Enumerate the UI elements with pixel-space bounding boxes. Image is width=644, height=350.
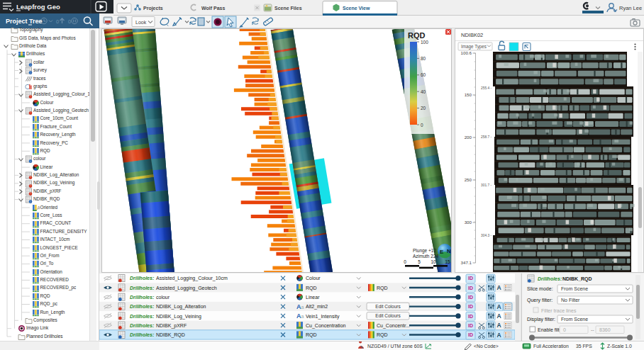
svg-text:200: 200 bbox=[465, 135, 472, 140]
svg-text:No Filter: No Filter bbox=[561, 298, 580, 303]
svg-text:Query filter:: Query filter: bbox=[527, 298, 553, 303]
svg-text:Full Acceleration: Full Acceleration bbox=[533, 344, 569, 349]
svg-text:Drillholes:: Drillholes: bbox=[130, 276, 154, 281]
svg-text:Vein1_Intensity: Vein1_Intensity bbox=[306, 314, 340, 320]
svg-text:Z-Scale 1.0: Z-Scale 1.0 bbox=[607, 344, 632, 349]
svg-text:A: A bbox=[496, 312, 501, 320]
svg-text:60: 60 bbox=[421, 72, 426, 77]
svg-text:258.7 -: 258.7 - bbox=[481, 135, 492, 139]
svg-text:100: 100 bbox=[421, 40, 428, 45]
svg-text:ID: ID bbox=[468, 286, 473, 290]
svg-text:!: ! bbox=[30, 185, 31, 188]
svg-text:Cu_Concentration: Cu_Concentration bbox=[306, 323, 346, 329]
svg-text:250: 250 bbox=[465, 177, 472, 182]
svg-text:0: 0 bbox=[421, 123, 423, 128]
svg-text:Assisted_Logging_Colour_10cm: Assisted_Logging_Colour_10cm bbox=[156, 276, 228, 281]
svg-text:NDIBK_Log_Alteration: NDIBK_Log_Alteration bbox=[156, 304, 206, 310]
svg-text:304.3 -: 304.3 - bbox=[481, 234, 492, 237]
svg-text:Ryan Lee: Ryan Lee bbox=[619, 5, 642, 11]
svg-text:ID: ID bbox=[468, 323, 473, 328]
svg-text:0: 0 bbox=[404, 259, 406, 264]
svg-text:0: 0 bbox=[68, 18, 71, 25]
svg-text:NZGD49 / UTM zone 60S: NZGD49 / UTM zone 60S bbox=[367, 344, 423, 349]
svg-text:ID: ID bbox=[468, 276, 473, 281]
svg-text:Leapfrog Geo: Leapfrog Geo bbox=[16, 3, 60, 11]
svg-text:35 FPS: 35 FPS bbox=[576, 344, 592, 349]
svg-text:colour: colour bbox=[156, 295, 170, 300]
svg-text:0: 0 bbox=[38, 18, 40, 25]
svg-text:RQD: RQD bbox=[377, 332, 388, 338]
svg-text:Drillholes:: Drillholes: bbox=[130, 304, 154, 309]
svg-text:Alt2_min2: Alt2_min2 bbox=[306, 304, 328, 310]
svg-text:NDIBK_Log_Veining: NDIBK_Log_Veining bbox=[156, 314, 201, 320]
svg-text:0: 0 bbox=[563, 327, 566, 332]
svg-text:255.4 -: 255.4 - bbox=[481, 86, 492, 90]
svg-text:N: N bbox=[447, 248, 451, 254]
svg-text:Scene Files: Scene Files bbox=[274, 6, 302, 11]
svg-text:Filter trace lines: Filter trace lines bbox=[541, 308, 577, 313]
svg-text:RQD: RQD bbox=[306, 332, 317, 338]
svg-text:Colour: Colour bbox=[306, 276, 321, 281]
svg-text:Slice mode:: Slice mode: bbox=[527, 286, 553, 291]
svg-text:100.6: 100.6 bbox=[461, 50, 472, 55]
svg-text:A: A bbox=[496, 284, 501, 291]
svg-text:8360: 8360 bbox=[599, 327, 611, 332]
svg-text:!: ! bbox=[30, 112, 31, 115]
svg-text:Drillholes:: Drillholes: bbox=[130, 286, 154, 290]
svg-text:Drillholes:: Drillholes: bbox=[538, 276, 562, 281]
svg-text:A: A bbox=[496, 332, 501, 339]
svg-text:347.1: 347.1 bbox=[461, 260, 472, 265]
svg-text:Edit Colours: Edit Colours bbox=[375, 304, 401, 309]
svg-text:301.7 -: 301.7 - bbox=[481, 184, 492, 187]
svg-text:Scene View: Scene View bbox=[343, 6, 370, 11]
svg-text:15: 15 bbox=[445, 259, 450, 264]
svg-text:Plunge +12: Plunge +12 bbox=[413, 248, 436, 254]
svg-text:Image Types: Image Types bbox=[461, 44, 487, 50]
svg-text:--: -- bbox=[591, 327, 594, 332]
svg-text:NDIBK_pXRF: NDIBK_pXRF bbox=[156, 323, 187, 329]
svg-text:ID: ID bbox=[468, 314, 473, 319]
svg-text:From Scene: From Scene bbox=[561, 286, 588, 291]
svg-text:<No Code>: <No Code> bbox=[474, 344, 499, 349]
svg-text:ID: ID bbox=[468, 304, 473, 309]
svg-text:0: 0 bbox=[56, 18, 59, 25]
svg-text:ID: ID bbox=[468, 332, 473, 337]
svg-text:E: E bbox=[440, 249, 444, 255]
svg-text:Drillholes:: Drillholes: bbox=[130, 314, 154, 319]
svg-text:Wolf Pass: Wolf Pass bbox=[201, 6, 225, 11]
svg-text:NDIBK_RQD: NDIBK_RQD bbox=[562, 276, 592, 282]
svg-text:40: 40 bbox=[421, 89, 426, 94]
svg-text:5: 5 bbox=[418, 259, 421, 264]
svg-text:NDIBK02: NDIBK02 bbox=[461, 32, 483, 38]
svg-text:RQD: RQD bbox=[377, 286, 388, 291]
svg-text:20: 20 bbox=[421, 106, 426, 111]
svg-text:A: A bbox=[496, 303, 501, 310]
svg-text:Projects: Projects bbox=[143, 6, 163, 11]
svg-text:Linear: Linear bbox=[306, 295, 320, 300]
svg-text:a: a bbox=[301, 314, 304, 319]
svg-text:Drillholes:: Drillholes: bbox=[130, 323, 154, 328]
svg-text:Azimuth 224: Azimuth 224 bbox=[413, 254, 439, 259]
svg-text:300: 300 bbox=[465, 220, 472, 225]
svg-text:Look: Look bbox=[135, 20, 147, 25]
svg-text:Project Tree: Project Tree bbox=[6, 18, 43, 25]
svg-text:ID: ID bbox=[468, 295, 473, 300]
svg-text:From Scene: From Scene bbox=[561, 317, 588, 322]
svg-text:150: 150 bbox=[465, 92, 472, 97]
svg-text:RQD: RQD bbox=[306, 286, 317, 291]
svg-text:NDIBK_RQD: NDIBK_RQD bbox=[156, 332, 185, 338]
svg-text:RQD: RQD bbox=[408, 31, 426, 40]
svg-text:a: a bbox=[301, 305, 304, 310]
svg-text:80: 80 bbox=[421, 56, 426, 61]
svg-text:Edit Colours: Edit Colours bbox=[375, 313, 401, 318]
svg-text:!: ! bbox=[30, 96, 31, 98]
svg-text:Display filter:: Display filter: bbox=[527, 317, 555, 322]
svg-text:Assisted_Logging_Geotech: Assisted_Logging_Geotech bbox=[156, 286, 217, 291]
svg-text:10: 10 bbox=[431, 259, 436, 264]
svg-text:Drillholes:: Drillholes: bbox=[130, 332, 154, 337]
svg-text:Drillholes:: Drillholes: bbox=[130, 295, 154, 300]
svg-text:A: A bbox=[496, 322, 501, 329]
svg-text:A: A bbox=[37, 205, 40, 210]
